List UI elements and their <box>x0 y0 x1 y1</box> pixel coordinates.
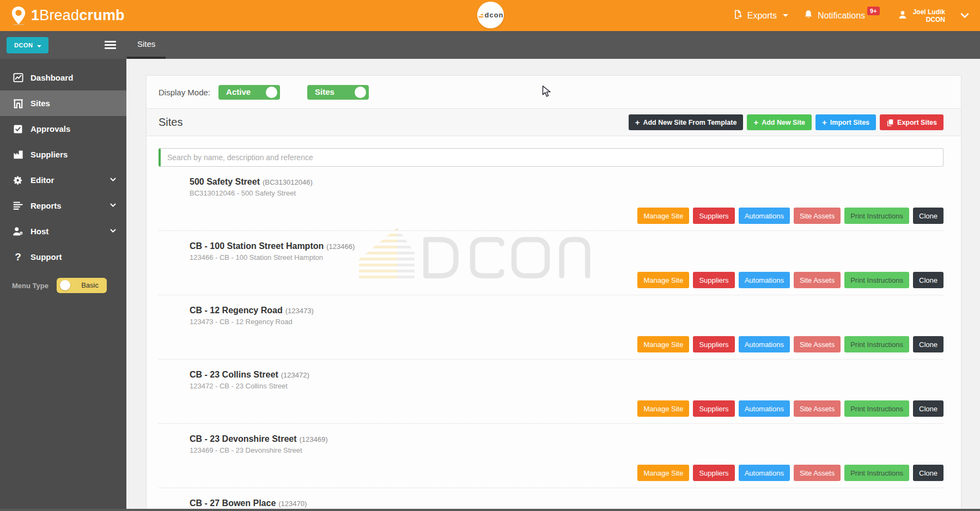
action-button-suppliers[interactable]: Suppliers <box>693 272 734 288</box>
copy-icon <box>886 119 894 126</box>
action-button-suppliers[interactable]: Suppliers <box>693 208 734 224</box>
toggle-sites[interactable]: Sites <box>307 85 369 100</box>
sites-toolbar: + Add New Site From Template + Add New S… <box>629 114 944 130</box>
sidebar-item-label: Dashboard <box>31 73 73 82</box>
toggle-active-label: Active <box>226 87 251 96</box>
notifications-menu[interactable]: Notifications 9+ <box>804 9 882 22</box>
brand-suffix: crumb <box>79 7 125 23</box>
user-identity: Joel Ludik DCON <box>913 8 945 23</box>
sidebar-item-host[interactable]: Host <box>0 218 126 244</box>
site-name: CB - 27 Bowen Place <box>190 498 276 508</box>
sidebar-item-label: Approvals <box>31 124 70 133</box>
action-button-print-instructions[interactable]: Print Instructions <box>844 400 909 417</box>
user-org: DCON <box>926 16 945 23</box>
site-row: CB - 27 Bowen Place(123470) Manage SiteS… <box>159 488 944 511</box>
app-root: 1Breadcrumb dcon Exports Notifications 9… <box>0 0 980 511</box>
action-button-automations[interactable]: Automations <box>739 400 790 417</box>
reports-icon <box>12 200 24 211</box>
site-reference: (123473) <box>285 307 314 315</box>
org-selector-button[interactable]: DCON <box>7 37 48 53</box>
site-row: CB - 12 Regency Road(123473) 123473 - CB… <box>159 295 944 360</box>
site-name: CB - 12 Regency Road <box>190 306 283 315</box>
action-button-site-assets[interactable]: Site Assets <box>794 465 841 481</box>
caret-down-icon <box>37 45 41 47</box>
action-button-site-assets[interactable]: Site Assets <box>794 208 841 224</box>
menu-type-label: Menu Type <box>12 282 48 290</box>
menu-type-toggle[interactable]: Basic <box>57 278 107 293</box>
sidebar-item-label: Editor <box>31 175 54 185</box>
action-button-clone[interactable]: Clone <box>913 208 944 224</box>
dcon-mini-logo-icon <box>477 12 483 18</box>
action-button-site-assets[interactable]: Site Assets <box>794 272 841 288</box>
plus-icon: + <box>822 118 827 126</box>
site-actions: Manage SiteSuppliersAutomationsSite Asse… <box>637 208 944 224</box>
brand-text: 1Breadcrumb <box>31 7 125 24</box>
sidebar-item-reports[interactable]: Reports <box>0 193 126 218</box>
chevron-down-icon[interactable] <box>960 13 969 19</box>
action-button-automations[interactable]: Automations <box>739 272 790 288</box>
action-button-print-instructions[interactable]: Print Instructions <box>844 465 909 481</box>
breadcrumb-pin-icon <box>11 7 26 25</box>
sites-section-header: Sites + Add New Site From Template + Add… <box>147 109 961 136</box>
action-button-clone[interactable]: Clone <box>913 465 944 481</box>
site-subtitle: 123473 - CB - 12 Regency Road <box>190 318 944 326</box>
sidebar-item-suppliers[interactable]: Suppliers <box>0 142 126 167</box>
action-button-manage-site[interactable]: Manage Site <box>637 465 689 481</box>
dcon-logo-badge: dcon <box>477 2 504 28</box>
menu-type-toggle-knob <box>60 280 70 290</box>
sidebar-item-dashboard[interactable]: Dashboard <box>0 65 126 90</box>
action-button-print-instructions[interactable]: Print Instructions <box>844 208 909 224</box>
action-button-clone[interactable]: Clone <box>913 400 944 417</box>
action-button-clone[interactable]: Clone <box>913 272 944 288</box>
site-actions: Manage SiteSuppliersAutomationsSite Asse… <box>637 465 944 481</box>
action-button-manage-site[interactable]: Manage Site <box>637 336 689 352</box>
add-new-site-from-template-button[interactable]: + Add New Site From Template <box>629 114 744 130</box>
action-button-suppliers[interactable]: Suppliers <box>693 465 734 481</box>
action-button-suppliers[interactable]: Suppliers <box>693 400 734 417</box>
site-reference: (123470) <box>278 500 307 508</box>
search-input[interactable] <box>159 148 944 167</box>
bell-icon <box>804 9 813 22</box>
site-reference: (123466) <box>326 242 355 251</box>
site-subtitle: 123472 - CB - 23 Collins Street <box>190 382 944 390</box>
toggle-active[interactable]: Active <box>218 85 280 100</box>
action-button-suppliers[interactable]: Suppliers <box>693 336 734 352</box>
caret-down-icon <box>783 14 788 17</box>
sidebar-item-editor[interactable]: Editor <box>0 167 126 193</box>
action-button-manage-site[interactable]: Manage Site <box>637 272 689 288</box>
display-mode-label: Display Mode: <box>159 88 210 97</box>
action-button-site-assets[interactable]: Site Assets <box>794 400 841 417</box>
action-button-print-instructions[interactable]: Print Instructions <box>844 336 909 352</box>
site-name: 500 Safety Street <box>190 177 260 186</box>
action-button-automations[interactable]: Automations <box>739 208 790 224</box>
chevron-down-icon <box>109 175 117 185</box>
action-button-manage-site[interactable]: Manage Site <box>637 400 689 417</box>
tab-sites-label: Sites <box>137 39 155 48</box>
site-row: CB - 23 Collins Street(123472) 123472 - … <box>159 360 944 424</box>
sidebar-item-sites[interactable]: Sites <box>0 90 126 116</box>
toggle-sites-label: Sites <box>315 87 334 96</box>
user-icon <box>897 9 908 22</box>
editor-icon <box>12 175 24 186</box>
exports-menu[interactable]: Exports <box>733 9 788 22</box>
hamburger-menu-icon[interactable] <box>105 41 116 51</box>
tab-bar: DCON Sites <box>0 31 980 59</box>
add-new-site-button[interactable]: + Add New Site <box>747 114 812 130</box>
brand-logo[interactable]: 1Breadcrumb <box>11 7 125 25</box>
action-button-manage-site[interactable]: Manage Site <box>637 208 689 224</box>
sidebar-item-support[interactable]: ? Support <box>0 244 126 270</box>
action-button-clone[interactable]: Clone <box>913 336 944 352</box>
user-menu[interactable]: Joel Ludik DCON <box>897 8 945 23</box>
site-row: 500 Safety Street(BC313012046) BC3130120… <box>159 167 944 231</box>
sidebar-item-label: Suppliers <box>31 150 68 159</box>
import-sites-button[interactable]: + Import Sites <box>815 114 876 130</box>
action-button-automations[interactable]: Automations <box>739 465 790 481</box>
action-button-print-instructions[interactable]: Print Instructions <box>844 272 909 288</box>
sidebar-item-approvals[interactable]: Approvals <box>0 116 126 142</box>
action-button-site-assets[interactable]: Site Assets <box>794 336 841 352</box>
tab-sites[interactable]: Sites <box>127 31 166 59</box>
action-button-automations[interactable]: Automations <box>739 336 790 352</box>
chevron-down-icon <box>109 227 117 236</box>
sidebar-item-label: Support <box>31 252 62 261</box>
export-sites-button[interactable]: Export Sites <box>880 114 944 130</box>
